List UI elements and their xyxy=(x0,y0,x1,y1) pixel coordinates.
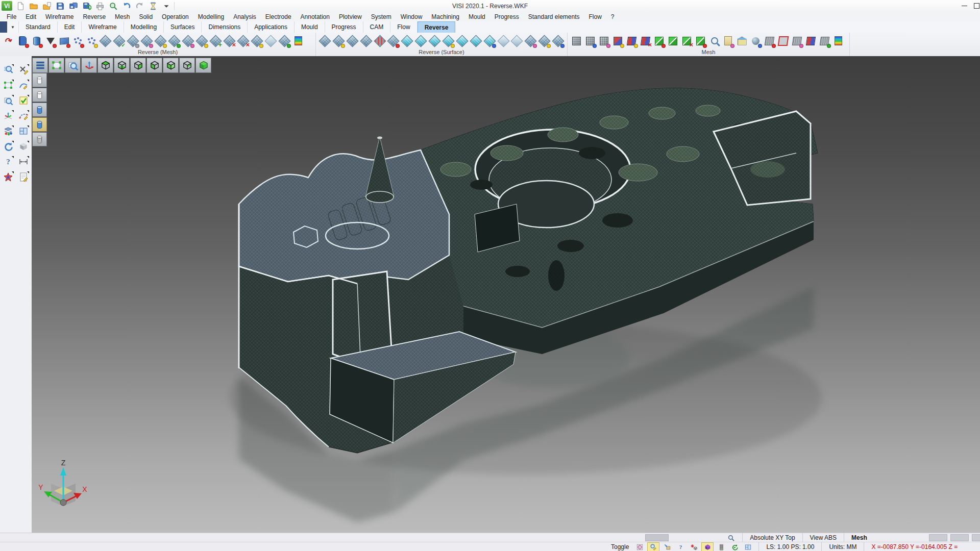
menu-item[interactable]: Analysis xyxy=(229,12,261,21)
session-history-button[interactable] xyxy=(147,1,159,11)
menu-item[interactable]: Wireframe xyxy=(41,12,78,21)
undo-button[interactable] xyxy=(120,1,133,11)
mesh-inspect-icon[interactable] xyxy=(583,33,597,48)
open-scan-file-icon[interactable] xyxy=(16,33,30,48)
view-isometric-button[interactable] xyxy=(179,58,195,73)
surface-edit-icon[interactable] xyxy=(537,33,551,48)
selection-box-button[interactable] xyxy=(1,79,15,92)
menu-item[interactable]: File xyxy=(2,12,21,21)
hide-mesh-icon[interactable] xyxy=(763,33,776,48)
delete-mesh-icon[interactable] xyxy=(223,33,236,48)
tab[interactable]: CAM xyxy=(363,21,391,33)
import-element-button[interactable] xyxy=(662,543,673,551)
surface-flatten-icon[interactable] xyxy=(455,33,469,48)
snap-options-button[interactable] xyxy=(688,543,699,551)
menu-item[interactable]: Electrode xyxy=(261,12,296,21)
status-search-button[interactable] xyxy=(720,533,742,542)
export-scan-icon[interactable] xyxy=(30,33,43,48)
render-hidden-line-button[interactable] xyxy=(32,88,47,102)
select-triangles-icon[interactable] xyxy=(625,33,639,48)
view-right-button[interactable] xyxy=(130,58,146,73)
workplane-mode[interactable]: Absolute XY Top xyxy=(742,533,802,542)
synchronize-save-button[interactable] xyxy=(81,1,93,11)
viewport-menu-button[interactable] xyxy=(32,58,48,73)
print-button[interactable] xyxy=(94,1,106,11)
align-scan-icon[interactable] xyxy=(57,33,71,48)
confirm-selection-button[interactable] xyxy=(16,94,30,107)
redo-button[interactable] xyxy=(134,1,146,11)
tab[interactable]: Surfaces xyxy=(164,21,202,33)
measure-distance-button[interactable] xyxy=(16,155,30,168)
mesh-settings-icon[interactable] xyxy=(140,33,154,48)
view-left-button[interactable] xyxy=(146,58,162,73)
zoom-window-button[interactable] xyxy=(1,94,15,107)
repair-mesh-icon[interactable] xyxy=(126,33,140,48)
mesh-texture-icon[interactable] xyxy=(818,33,831,48)
tab[interactable]: Mould xyxy=(295,21,325,33)
split-mesh-icon[interactable] xyxy=(652,33,666,48)
mesh-parameters-icon[interactable] xyxy=(597,33,611,48)
minimize-button[interactable] xyxy=(955,0,973,12)
tab[interactable]: Dimensions xyxy=(202,21,248,33)
mesh-sphere-icon[interactable] xyxy=(749,33,763,48)
remove-facets-icon[interactable] xyxy=(680,33,694,48)
tab-overflow-button[interactable]: ▼ xyxy=(7,21,19,33)
surface-sphere-fit-icon[interactable] xyxy=(386,33,400,48)
view-front-button[interactable] xyxy=(163,58,179,73)
edit-in-view-button[interactable] xyxy=(647,542,659,551)
erase-mesh-icon[interactable] xyxy=(278,33,291,48)
zoom-window-view-button[interactable] xyxy=(65,58,81,73)
surface-create-icon[interactable] xyxy=(400,33,414,48)
surface-draft-icon[interactable] xyxy=(469,33,483,48)
mesh-color-map-icon[interactable] xyxy=(291,33,305,48)
menu-item[interactable]: Window xyxy=(396,12,427,21)
surface-offset-icon[interactable] xyxy=(414,33,428,48)
menu-item[interactable]: Annotation xyxy=(296,12,334,21)
open-project-button[interactable] xyxy=(41,1,53,11)
tab[interactable]: Applications xyxy=(248,21,295,33)
tab[interactable]: Wireframe xyxy=(82,21,124,33)
dynamic-ucs-button[interactable] xyxy=(81,58,97,73)
cut-mesh-icon[interactable] xyxy=(666,33,680,48)
shading-mode-button[interactable] xyxy=(16,140,30,153)
surface-section-icon[interactable] xyxy=(510,33,524,48)
ucs-display-button[interactable] xyxy=(701,542,714,551)
toggle-label[interactable]: Toggle xyxy=(0,543,629,550)
render-ghost-button[interactable] xyxy=(32,132,47,146)
mesh-properties-icon[interactable] xyxy=(181,33,195,48)
menu-item[interactable]: Mesh xyxy=(110,12,134,21)
save-all-button[interactable] xyxy=(67,1,80,11)
entity-mode[interactable]: Mesh xyxy=(844,533,874,542)
print-preview-button[interactable] xyxy=(107,1,119,11)
viewport-layout-button[interactable] xyxy=(16,124,30,138)
render-wireframe-button[interactable] xyxy=(32,73,47,87)
menu-item[interactable]: ? xyxy=(606,12,619,21)
viewport-3d[interactable]: Z Y X xyxy=(32,56,980,533)
menu-item[interactable]: Mould xyxy=(464,12,490,21)
dynamic-zoom-button[interactable] xyxy=(1,63,15,77)
surface-flag-icon[interactable] xyxy=(483,33,497,48)
tab[interactable]: Edit xyxy=(58,21,82,33)
add-mesh-faces-icon[interactable] xyxy=(209,33,223,48)
render-shaded-button[interactable] xyxy=(32,103,47,117)
surface-gears-icon[interactable] xyxy=(524,33,537,48)
view-shaded-button[interactable] xyxy=(195,58,211,73)
mesh-section-cube-icon[interactable] xyxy=(735,33,749,48)
render-shaded-edges-button[interactable] xyxy=(32,117,47,132)
save-button[interactable] xyxy=(54,1,66,11)
auto-refresh-button[interactable] xyxy=(729,543,740,551)
update-mesh-icon[interactable] xyxy=(167,33,181,48)
surface-sketch-icon[interactable] xyxy=(442,33,455,48)
menu-item[interactable]: Flow xyxy=(584,12,606,21)
menu-item[interactable]: Machining xyxy=(427,12,464,21)
surface-analyze-icon[interactable] xyxy=(551,33,565,48)
mesh-analysis-icon[interactable] xyxy=(790,33,804,48)
maximize-button[interactable] xyxy=(973,0,980,12)
edit-curve-button[interactable] xyxy=(16,109,30,122)
menu-item[interactable]: Standard elements xyxy=(524,12,584,21)
trim-element-button[interactable] xyxy=(16,63,30,77)
edit-mesh-icon[interactable] xyxy=(195,33,209,48)
menu-item[interactable]: Progress xyxy=(490,12,524,21)
menu-item[interactable]: Edit xyxy=(21,12,41,21)
mesh-transparency-icon[interactable] xyxy=(264,33,278,48)
